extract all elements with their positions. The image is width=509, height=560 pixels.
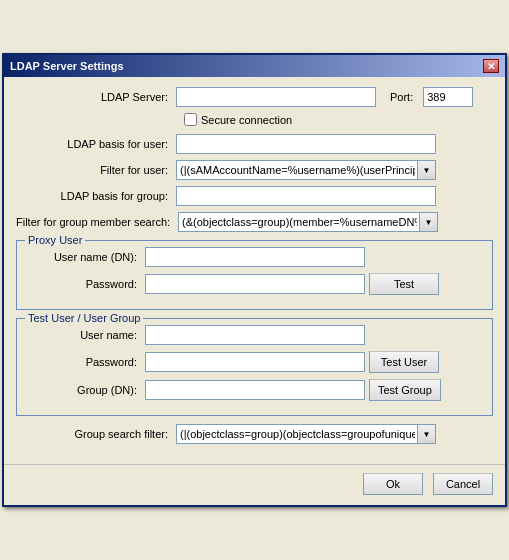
- port-label: Port:: [390, 91, 413, 103]
- ldap-server-row: LDAP Server: Port:: [16, 87, 493, 107]
- ldap-basis-group-input[interactable]: [176, 186, 436, 206]
- secure-connection-row: Secure connection: [184, 113, 493, 126]
- ldap-basis-user-input[interactable]: [176, 134, 436, 154]
- test-group-row: Group (DN): Test Group: [25, 379, 484, 401]
- group-search-filter-row: Group search filter: ▼: [16, 424, 493, 444]
- test-password-label: Password:: [25, 356, 145, 368]
- proxy-username-row: User name (DN):: [25, 247, 484, 267]
- test-password-input[interactable]: [145, 352, 365, 372]
- proxy-password-input[interactable]: [145, 274, 365, 294]
- port-input[interactable]: [423, 87, 473, 107]
- test-user-button[interactable]: Test User: [369, 351, 439, 373]
- ldap-basis-user-label: LDAP basis for user:: [16, 138, 176, 150]
- filter-user-row: Filter for user: ▼: [16, 160, 493, 180]
- test-username-row: User name:: [25, 325, 484, 345]
- test-password-row: Password: Test User: [25, 351, 484, 373]
- close-button[interactable]: ✕: [483, 59, 499, 73]
- ldap-server-label: LDAP Server:: [16, 91, 176, 103]
- server-input-group: Port:: [176, 87, 473, 107]
- filter-user-combo: ▼: [176, 160, 436, 180]
- test-group-input[interactable]: [145, 380, 365, 400]
- group-search-combo: ▼: [176, 424, 436, 444]
- test-button[interactable]: Test: [369, 273, 439, 295]
- ldap-basis-group-row: LDAP basis for group:: [16, 186, 493, 206]
- cancel-button[interactable]: Cancel: [433, 473, 493, 495]
- test-user-section: Test User / User Group User name: Passwo…: [16, 318, 493, 416]
- ldap-basis-user-row: LDAP basis for user:: [16, 134, 493, 154]
- test-user-section-title: Test User / User Group: [25, 312, 143, 324]
- ldap-basis-group-label: LDAP basis for group:: [16, 190, 176, 202]
- proxy-user-section: Proxy User User name (DN): Password: Tes…: [16, 240, 493, 310]
- proxy-user-section-title: Proxy User: [25, 234, 85, 246]
- window-title: LDAP Server Settings: [10, 60, 124, 72]
- ok-button[interactable]: Ok: [363, 473, 423, 495]
- proxy-password-label: Password:: [25, 278, 145, 290]
- filter-user-input[interactable]: [176, 160, 436, 180]
- proxy-username-label: User name (DN):: [25, 251, 145, 263]
- filter-group-combo: ▼: [178, 212, 438, 232]
- secure-connection-checkbox[interactable]: [184, 113, 197, 126]
- group-search-label: Group search filter:: [16, 428, 176, 440]
- title-bar: LDAP Server Settings ✕: [4, 55, 505, 77]
- group-search-input[interactable]: [176, 424, 436, 444]
- test-group-button[interactable]: Test Group: [369, 379, 441, 401]
- test-group-label: Group (DN):: [25, 384, 145, 396]
- proxy-username-input[interactable]: [145, 247, 365, 267]
- secure-connection-label: Secure connection: [201, 114, 292, 126]
- ldap-server-input[interactable]: [176, 87, 376, 107]
- ldap-settings-window: LDAP Server Settings ✕ LDAP Server: Port…: [2, 53, 507, 507]
- filter-group-label: Filter for group member search:: [16, 216, 178, 228]
- bottom-buttons-bar: Ok Cancel: [4, 464, 505, 505]
- filter-user-label: Filter for user:: [16, 164, 176, 176]
- test-username-label: User name:: [25, 329, 145, 341]
- test-username-input[interactable]: [145, 325, 365, 345]
- filter-group-input[interactable]: [178, 212, 438, 232]
- proxy-password-row: Password: Test: [25, 273, 484, 295]
- filter-group-row: Filter for group member search: ▼: [16, 212, 493, 232]
